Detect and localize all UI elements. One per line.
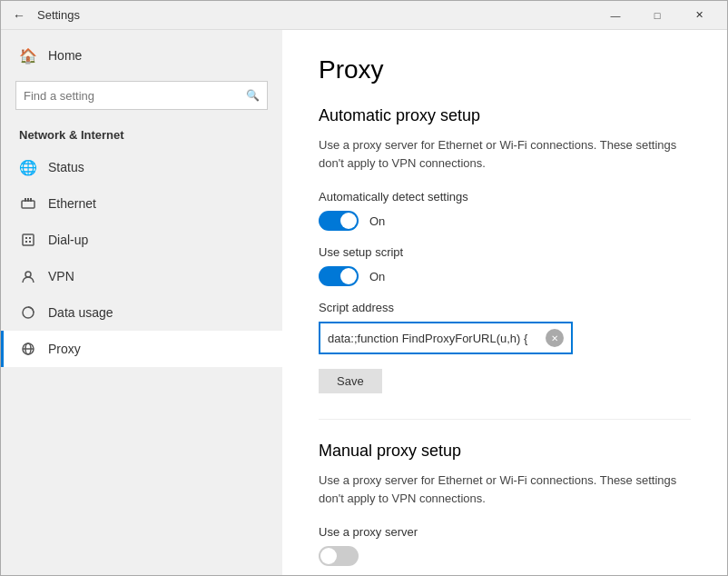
- minimize-button[interactable]: —: [595, 1, 636, 30]
- main-content: Proxy Automatic proxy setup Use a proxy …: [282, 30, 727, 575]
- auto-detect-toggle-row: On: [319, 211, 691, 231]
- svg-rect-4: [23, 234, 34, 245]
- auto-detect-toggle[interactable]: [319, 211, 359, 231]
- sidebar-item-status[interactable]: 🌐 Status: [1, 149, 282, 185]
- sidebar-item-vpn[interactable]: VPN: [1, 258, 282, 294]
- sidebar-item-label: VPN: [48, 269, 74, 283]
- sidebar: 🏠 Home 🔍 Network & Internet 🌐 Status: [1, 30, 282, 575]
- proxy-icon: [19, 340, 37, 358]
- auto-description: Use a proxy server for Ethernet or Wi-Fi…: [319, 136, 691, 172]
- sidebar-item-label: Proxy: [48, 342, 81, 356]
- auto-detect-state: On: [369, 214, 385, 228]
- script-address-field[interactable]: ✕: [319, 322, 573, 354]
- sidebar-item-ethernet[interactable]: Ethernet: [1, 185, 282, 222]
- window-content: 🏠 Home 🔍 Network & Internet 🌐 Status: [1, 30, 727, 575]
- svg-rect-1: [25, 198, 26, 202]
- svg-rect-8: [29, 241, 31, 243]
- status-icon: 🌐: [19, 158, 37, 176]
- sidebar-item-label: Dial-up: [48, 233, 88, 247]
- vpn-icon: [19, 267, 37, 285]
- setup-script-state: On: [369, 270, 385, 283]
- sidebar-item-label: Data usage: [48, 305, 113, 320]
- title-bar: ← Settings — □ ✕: [1, 1, 727, 30]
- section-divider: [319, 419, 691, 420]
- search-box[interactable]: 🔍: [15, 81, 268, 110]
- setup-script-toggle[interactable]: [319, 266, 359, 286]
- sidebar-item-datausage[interactable]: Data usage: [1, 294, 282, 331]
- sidebar-item-label: Status: [48, 160, 84, 174]
- use-proxy-label: Use a proxy server: [319, 525, 691, 539]
- svg-rect-7: [25, 241, 27, 243]
- close-button[interactable]: ✕: [678, 1, 720, 30]
- svg-rect-5: [25, 237, 27, 239]
- script-address-label: Script address: [319, 301, 691, 314]
- input-clear-button[interactable]: ✕: [546, 329, 564, 347]
- auto-section-title: Automatic proxy setup: [319, 106, 691, 125]
- svg-rect-3: [30, 198, 32, 202]
- search-input[interactable]: [24, 89, 246, 103]
- script-address-input[interactable]: [328, 332, 546, 345]
- svg-rect-2: [27, 198, 29, 202]
- page-title: Proxy: [319, 55, 691, 84]
- settings-window: ← Settings — □ ✕ 🏠 Home 🔍 Network & Inte…: [0, 0, 728, 576]
- use-proxy-toggle[interactable]: [319, 546, 359, 566]
- use-proxy-toggle-row: [319, 546, 691, 566]
- back-button[interactable]: ←: [8, 5, 30, 26]
- auto-detect-label: Automatically detect settings: [319, 190, 691, 204]
- datausage-icon: [19, 303, 37, 322]
- setup-script-toggle-row: On: [319, 266, 691, 286]
- save-button[interactable]: Save: [319, 369, 382, 393]
- manual-section-title: Manual proxy setup: [319, 442, 691, 461]
- window-controls: — □ ✕: [595, 1, 720, 30]
- svg-rect-6: [29, 237, 31, 239]
- sidebar-item-proxy[interactable]: Proxy: [1, 331, 282, 367]
- search-icon: 🔍: [246, 89, 260, 102]
- sidebar-section-title: Network & Internet: [1, 117, 282, 149]
- sidebar-item-dialup[interactable]: Dial-up: [1, 222, 282, 258]
- sidebar-item-label: Ethernet: [48, 196, 96, 211]
- dialup-icon: [19, 231, 37, 249]
- home-label: Home: [48, 48, 82, 63]
- setup-script-label: Use setup script: [319, 245, 691, 259]
- window-title: Settings: [30, 8, 595, 22]
- sidebar-home[interactable]: 🏠 Home: [1, 37, 282, 74]
- svg-point-9: [25, 272, 31, 277]
- maximize-button[interactable]: □: [636, 1, 678, 30]
- manual-description: Use a proxy server for Ethernet or Wi-Fi…: [319, 472, 691, 507]
- svg-rect-0: [22, 201, 34, 208]
- home-icon: 🏠: [19, 46, 37, 65]
- ethernet-icon: [19, 194, 37, 213]
